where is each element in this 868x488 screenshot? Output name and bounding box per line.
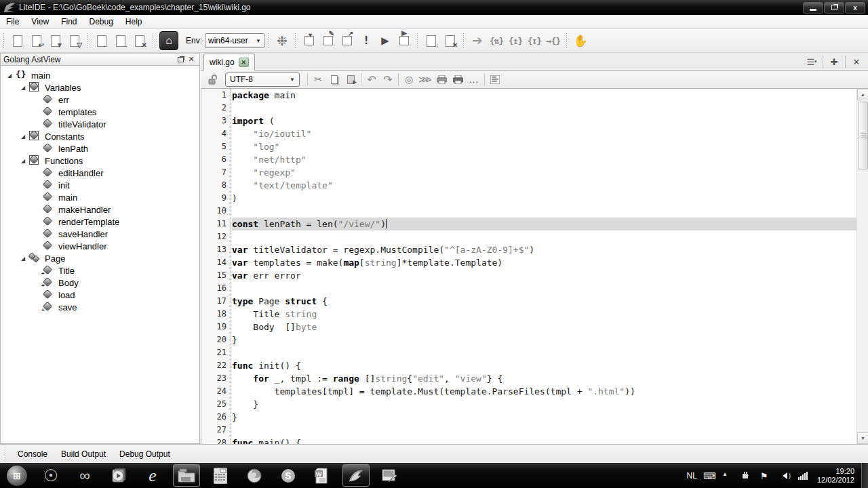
tree-item-Page[interactable]: ◢Page xyxy=(1,252,199,264)
output-tab-console[interactable]: Console xyxy=(11,447,54,462)
power-plug-icon[interactable] xyxy=(741,471,753,481)
output-tab-debug-output[interactable]: Debug Output xyxy=(113,447,177,462)
tree-item-titleValidator[interactable]: titleValidator xyxy=(1,118,199,130)
show-hidden-icons[interactable]: ▲ xyxy=(722,471,734,481)
tree-item-editHandler[interactable]: editHandler xyxy=(1,167,199,179)
hand-pan-icon[interactable]: ✋ xyxy=(572,32,589,49)
tree-item-renderTemplate[interactable]: renderTemplate xyxy=(1,216,199,228)
tab-wiki-go[interactable]: wiki.go ✕ xyxy=(203,54,255,70)
build-config-button[interactable]: ▾ xyxy=(300,32,318,49)
tab-list-menu-icon[interactable]: ☰▾ xyxy=(804,55,820,68)
scroll-down-icon[interactable]: ▼ xyxy=(857,432,868,444)
run-file-button[interactable]: ▶ xyxy=(395,32,413,49)
expanded-triangle-icon[interactable]: ◢ xyxy=(20,134,26,140)
expanded-triangle-icon[interactable]: ◢ xyxy=(20,158,26,164)
goto-arrow-icon[interactable]: ➔ xyxy=(469,32,486,49)
encoding-select[interactable]: UTF-8 ▼ xyxy=(225,73,300,87)
expanded-triangle-icon[interactable]: ◢ xyxy=(20,256,26,262)
minimize-button[interactable] xyxy=(803,2,823,14)
close-button[interactable]: x xyxy=(845,2,865,14)
cut-icon[interactable]: ✂ xyxy=(310,72,326,87)
start-button[interactable]: ⊞ xyxy=(3,464,31,487)
skype-icon[interactable]: S xyxy=(275,464,302,487)
new-tab-icon[interactable]: ✚ xyxy=(826,55,842,68)
play-macro-icon[interactable]: ⋙ xyxy=(417,72,433,87)
file-explorer-icon[interactable] xyxy=(173,464,200,487)
tree-item-save[interactable]: +save xyxy=(1,301,199,313)
language-indicator[interactable]: NL xyxy=(687,471,697,481)
new-file-button[interactable] xyxy=(9,32,26,49)
stop-button[interactable]: ! xyxy=(357,32,375,49)
redo-icon[interactable]: ↷ xyxy=(380,72,396,87)
tree-item-load[interactable]: load xyxy=(1,289,199,301)
expanded-triangle-icon[interactable]: ◢ xyxy=(6,73,13,79)
print-preview-icon[interactable] xyxy=(450,72,466,87)
save-file-button[interactable]: ▼ xyxy=(47,32,64,49)
liteide-icon[interactable] xyxy=(342,464,370,487)
record-macro-icon[interactable]: ◎ xyxy=(401,72,417,87)
scrollbar-thumb[interactable] xyxy=(858,102,868,169)
tree-item-Variables[interactable]: ◢Variables xyxy=(1,81,199,94)
fold-all-icon[interactable]: {↥} xyxy=(507,32,524,49)
close-file-button[interactable]: ✕ xyxy=(131,32,149,49)
env-select[interactable]: win64-user ▼ xyxy=(205,33,264,48)
tab-close-icon[interactable]: ✕ xyxy=(239,58,249,67)
tree-item-makeHandler[interactable]: makeHandler xyxy=(1,203,199,216)
menu-debug[interactable]: Debug xyxy=(83,15,119,28)
save-all-button[interactable]: ▽ xyxy=(66,32,83,49)
action-center-flag-icon[interactable]: ⚑ xyxy=(760,471,772,481)
keyboard-icon[interactable]: ⌨ xyxy=(703,471,715,481)
menu-help[interactable]: Help xyxy=(119,15,149,28)
close-tab-icon[interactable]: ✕ xyxy=(848,55,865,68)
copy-icon[interactable] xyxy=(326,72,342,87)
unfold-icon[interactable]: →{} xyxy=(545,32,562,49)
tree-item-Title[interactable]: +Title xyxy=(1,264,199,277)
run-button[interactable]: ▶ xyxy=(376,32,394,49)
internet-explorer-icon[interactable]: e xyxy=(139,464,166,487)
menu-view[interactable]: View xyxy=(25,15,55,28)
tree-item-err[interactable]: err xyxy=(1,94,199,106)
float-panel-icon[interactable] xyxy=(175,55,186,64)
tree-item-Functions[interactable]: ◢Functions xyxy=(1,155,199,167)
tree-item-Body[interactable]: +Body xyxy=(1,277,199,289)
tree-item-viewHandler[interactable]: viewHandler xyxy=(1,240,199,252)
expanded-triangle-icon[interactable]: ◢ xyxy=(20,85,26,91)
home-button[interactable]: ⌂ xyxy=(159,31,178,50)
tree-item-Constants[interactable]: ◢Constants xyxy=(1,130,199,142)
restore-button[interactable] xyxy=(824,2,844,14)
clock[interactable]: 19:20 12/02/2012 xyxy=(817,467,854,485)
unindent-button[interactable]: ✕ xyxy=(441,32,459,49)
more-options-icon[interactable]: ... xyxy=(466,72,482,87)
media-player-icon[interactable] xyxy=(105,464,132,487)
tree-item-init[interactable]: init xyxy=(1,179,199,191)
editor-scrollbar[interactable]: ▲ ▼ xyxy=(856,89,868,444)
word-icon[interactable]: W xyxy=(309,464,336,487)
scroll-up-icon[interactable]: ▲ xyxy=(857,89,868,100)
firefox-icon[interactable] xyxy=(241,464,268,487)
unfold-all-icon[interactable]: {↧} xyxy=(526,32,543,49)
visual-studio-icon[interactable]: ∞ xyxy=(71,464,98,487)
menu-find[interactable]: Find xyxy=(55,15,83,28)
options-gear-button[interactable]: ❉ xyxy=(273,32,291,49)
undo-icon[interactable]: ↶ xyxy=(363,72,380,87)
indent-button[interactable]: ↓ xyxy=(422,32,440,49)
network-globe-icon[interactable]: ☉ xyxy=(37,464,64,487)
tree-item-main[interactable]: ◢{}main xyxy=(1,69,199,81)
open-file-button[interactable]: ↩ xyxy=(28,32,45,49)
next-file-button[interactable]: → xyxy=(112,32,130,49)
tree-item-lenPath[interactable]: lenPath xyxy=(1,142,199,155)
prev-file-button[interactable]: ← xyxy=(93,32,111,49)
volume-icon[interactable]: ) xyxy=(779,471,791,481)
calculator-icon[interactable] xyxy=(207,464,234,487)
output-tab-build-output[interactable]: Build Output xyxy=(54,447,113,462)
paste-icon[interactable]: ▸ xyxy=(342,72,359,87)
edit-menu-icon[interactable] xyxy=(487,72,503,87)
fold-icon[interactable]: {⇅} xyxy=(488,32,505,49)
print-icon[interactable] xyxy=(433,72,450,87)
show-desktop-button[interactable] xyxy=(861,463,868,488)
lock-icon[interactable] xyxy=(205,72,221,87)
build-button[interactable]: ✎ xyxy=(319,32,337,49)
menu-file[interactable]: File xyxy=(0,15,25,28)
code-editor[interactable]: 1234567891011121314151617181920212223242… xyxy=(201,89,868,444)
tree-item-main[interactable]: main xyxy=(1,191,199,203)
